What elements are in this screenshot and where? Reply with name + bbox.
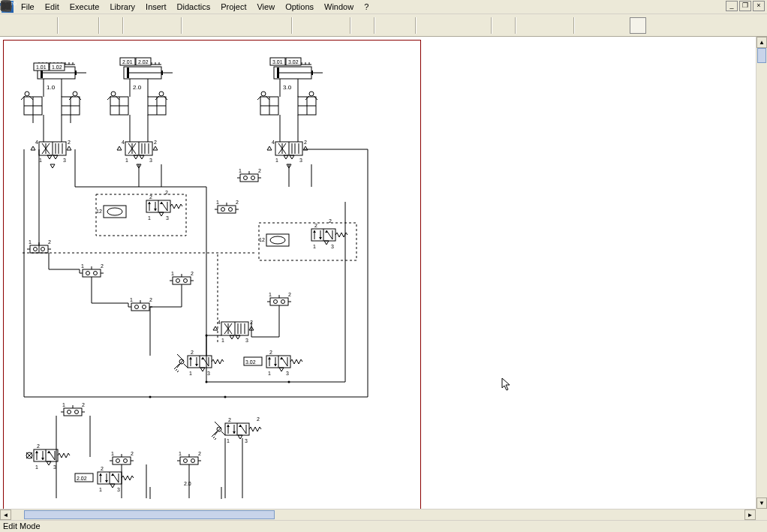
hscroll-thumb[interactable] [24, 510, 275, 519]
step-forward-button[interactable] [595, 17, 612, 34]
svg-text:2.0: 2.0 [184, 481, 191, 486]
svg-text:4: 4 [272, 140, 275, 145]
toolbar: 1:1 [0, 14, 767, 37]
zoom-out-button[interactable] [471, 17, 488, 34]
svg-text:1: 1 [171, 271, 174, 276]
pause-button[interactable] [554, 17, 570, 34]
minimize-button[interactable]: _ [726, 1, 738, 11]
align-left-button[interactable] [185, 17, 202, 34]
svg-text:3.02: 3.02 [288, 59, 299, 65]
svg-text:1.0: 1.0 [47, 84, 56, 91]
svg-text:2: 2 [149, 194, 152, 200]
menu-execute[interactable]: Execute [65, 1, 105, 13]
align-right-button[interactable] [203, 17, 219, 34]
save-button[interactable] [38, 17, 54, 34]
svg-text:1: 1 [99, 487, 102, 492]
svg-text:12: 12 [259, 237, 265, 242]
svg-text:2.01: 2.01 [122, 59, 133, 65]
menu-options[interactable]: Options [280, 1, 319, 13]
rotate-right-button[interactable] [313, 17, 329, 34]
svg-text:3: 3 [53, 464, 56, 470]
svg-text:3.02: 3.02 [245, 359, 256, 365]
cylinder-1-group: 1.01 1.02 1.0 42 13 [21, 62, 86, 168]
distribute-v-button[interactable] [272, 17, 288, 34]
vertical-scrollbar[interactable]: ▲ ▼ [756, 37, 767, 509]
align-top-button[interactable] [220, 17, 236, 34]
zoom-window-button[interactable] [420, 17, 436, 34]
svg-text:1.01: 1.01 [36, 65, 47, 70]
svg-text:3: 3 [245, 438, 248, 443]
scroll-left-button[interactable]: ◄ [0, 509, 11, 520]
cut-button[interactable] [127, 17, 143, 34]
menu-file[interactable]: File [16, 1, 40, 13]
svg-text:1: 1 [148, 215, 151, 221]
status-bar: Edit Mode [0, 520, 767, 532]
svg-text:3: 3 [117, 487, 120, 492]
grid-button[interactable] [354, 17, 371, 34]
rotate-left-button[interactable] [296, 17, 312, 34]
fast-forward-button[interactable] [630, 17, 646, 34]
svg-text:3.0: 3.0 [283, 84, 292, 91]
zoom-previous-button[interactable] [437, 17, 453, 34]
menu-library[interactable]: Library [104, 1, 140, 13]
stop-button[interactable] [519, 17, 536, 34]
align-bottom-button[interactable] [237, 17, 254, 34]
print-preview-button[interactable] [62, 17, 78, 34]
svg-text:2: 2 [314, 223, 317, 228]
open-button[interactable] [20, 17, 37, 34]
svg-text:2: 2 [82, 402, 85, 407]
cylinder-3-group: 3.01 3.02 3.0 42 13 [257, 58, 323, 168]
svg-text:1: 1 [179, 451, 182, 456]
zoom-all-button[interactable] [396, 17, 412, 34]
distribute-h-button[interactable] [254, 17, 271, 34]
scroll-up-button[interactable]: ▲ [756, 37, 767, 48]
zoom-fit-button[interactable]: 1:1 [378, 17, 395, 34]
svg-text:4: 4 [35, 140, 38, 145]
svg-text:12: 12 [96, 209, 102, 214]
svg-text:1: 1 [130, 297, 133, 302]
svg-text:3: 3 [286, 371, 289, 376]
menu-insert[interactable]: Insert [140, 1, 172, 13]
menu-window[interactable]: Window [319, 1, 359, 13]
svg-text:1: 1 [313, 244, 316, 249]
svg-text:1: 1 [35, 464, 38, 470]
svg-text:1: 1 [189, 371, 192, 376]
svg-text:2.0: 2.0 [133, 84, 142, 91]
scroll-right-button[interactable]: ► [744, 509, 756, 520]
svg-text:1: 1 [62, 402, 65, 407]
svg-text:2: 2 [131, 451, 134, 456]
svg-text:2: 2 [101, 263, 104, 269]
svg-text:1.02: 1.02 [52, 65, 62, 70]
restore-button[interactable]: ❐ [739, 1, 751, 11]
new-button[interactable] [3, 17, 20, 34]
schematic: 1.01 1.02 1.0 42 13 2.01 2.02 [0, 37, 756, 509]
play-button[interactable] [537, 17, 553, 34]
status-text: Edit Mode [3, 521, 41, 530]
close-button[interactable]: × [753, 1, 765, 11]
skip-end-button[interactable] [612, 17, 629, 34]
svg-text:2: 2 [257, 416, 260, 422]
paste-button[interactable] [161, 17, 178, 34]
skip-start-button[interactable] [578, 17, 594, 34]
scroll-down-button[interactable]: ▼ [756, 497, 767, 509]
svg-text:2: 2 [154, 140, 157, 145]
svg-text:2: 2 [236, 200, 239, 205]
menu-help[interactable]: ? [359, 1, 374, 13]
menu-view[interactable]: View [251, 1, 280, 13]
undo-button[interactable] [103, 17, 119, 34]
menu-edit[interactable]: Edit [40, 1, 65, 13]
copy-button[interactable] [144, 17, 161, 34]
flip-h-button[interactable] [330, 17, 347, 34]
check-button[interactable] [495, 17, 512, 34]
horizontal-scrollbar[interactable]: ◄ ► [0, 509, 756, 520]
canvas-area[interactable]: 1.01 1.02 1.0 42 13 2.01 2.02 [0, 37, 767, 509]
svg-text:3: 3 [63, 158, 66, 163]
menu-didactics[interactable]: Didactics [172, 1, 216, 13]
svg-text:1: 1 [39, 158, 42, 163]
vscroll-thumb[interactable] [757, 48, 766, 63]
svg-text:2: 2 [228, 417, 231, 422]
zoom-in-button[interactable] [454, 17, 471, 34]
menu-project[interactable]: Project [215, 1, 251, 13]
svg-text:2: 2 [191, 271, 194, 276]
print-button[interactable] [79, 17, 95, 34]
